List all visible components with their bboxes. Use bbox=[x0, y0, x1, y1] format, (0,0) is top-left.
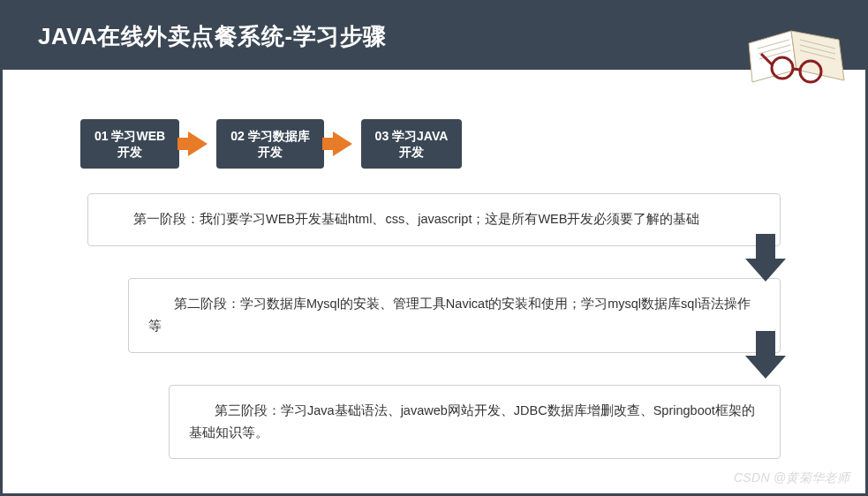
step-row: 01 学习WEB开发 02 学习数据库开发 03 学习JAVA开发 bbox=[80, 119, 816, 169]
arrow-down-icon bbox=[745, 331, 786, 379]
phase-text: 第一阶段：我们要学习WEB开发基础html、css、javascript；这是所… bbox=[108, 208, 760, 230]
svg-marker-3 bbox=[745, 356, 786, 379]
step-box-2: 02 学习数据库开发 bbox=[216, 119, 323, 169]
step-label: 02 学习数据库开发 bbox=[230, 129, 309, 159]
book-icon bbox=[745, 19, 851, 98]
step-label: 01 学习WEB开发 bbox=[94, 129, 165, 159]
svg-rect-0 bbox=[756, 234, 775, 260]
phase-stack: 第一阶段：我们要学习WEB开发基础html、css、javascript；这是所… bbox=[87, 193, 781, 459]
page-title: JAVA在线外卖点餐系统-学习步骤 bbox=[38, 21, 387, 52]
header-bar: JAVA在线外卖点餐系统-学习步骤 bbox=[3, 3, 865, 70]
phase-box-2: 第二阶段：学习数据库Mysql的安装、管理工具Navicat的安装和使用；学习m… bbox=[128, 278, 781, 353]
phase-box-1: 第一阶段：我们要学习WEB开发基础html、css、javascript；这是所… bbox=[87, 193, 781, 245]
phase-text: 第三阶段：学习Java基础语法、javaweb网站开发、JDBC数据库增删改查、… bbox=[189, 400, 760, 445]
arrow-right-icon bbox=[333, 132, 352, 156]
step-box-3: 03 学习JAVA开发 bbox=[361, 119, 463, 169]
step-label: 03 学习JAVA开发 bbox=[375, 129, 449, 159]
step-box-1: 01 学习WEB开发 bbox=[80, 119, 179, 169]
slide-frame: JAVA在线外卖点餐系统-学习步骤 01 学习WEB开发 02 学习数据库开发 … bbox=[0, 0, 868, 496]
phase-box-3: 第三阶段：学习Java基础语法、javaweb网站开发、JDBC数据库增删改查、… bbox=[169, 385, 781, 460]
arrow-right-icon bbox=[188, 132, 208, 156]
phase-text: 第二阶段：学习数据库Mysql的安装、管理工具Navicat的安装和使用；学习m… bbox=[148, 293, 760, 338]
content-area: 01 学习WEB开发 02 学习数据库开发 03 学习JAVA开发 第一阶段：我… bbox=[3, 70, 865, 477]
svg-line-14 bbox=[793, 69, 800, 70]
svg-rect-2 bbox=[756, 331, 775, 357]
svg-marker-1 bbox=[745, 259, 786, 282]
arrow-down-icon bbox=[745, 234, 786, 282]
